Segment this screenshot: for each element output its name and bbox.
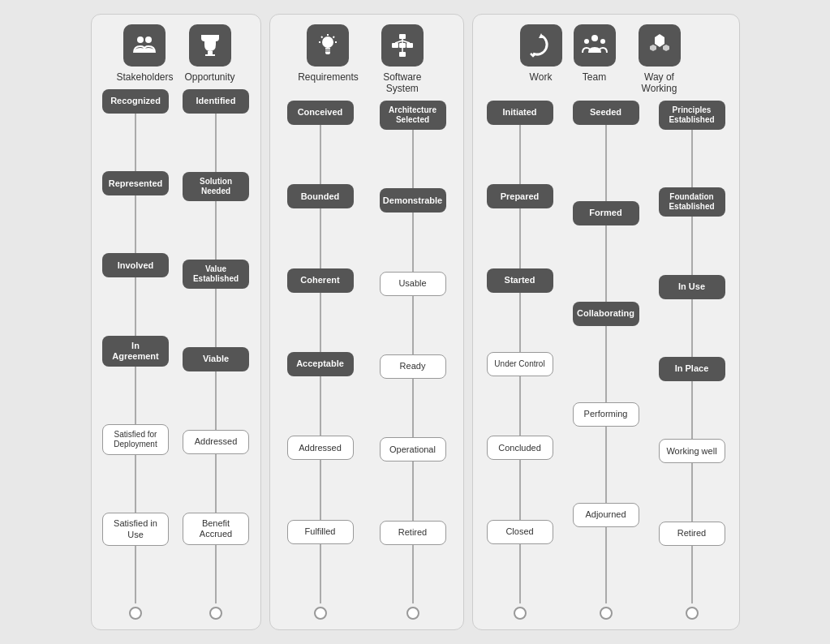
alpha-wow: Way of Working <box>627 24 692 94</box>
svg-point-0 <box>137 36 144 43</box>
state-represented[interactable]: Represented <box>102 171 169 195</box>
state-addressed-opp[interactable]: Addressed <box>183 430 249 454</box>
wow-icon <box>646 32 673 59</box>
end-circle-team <box>600 607 613 620</box>
state-working-well[interactable]: Working well <box>659 439 725 463</box>
stakeholders-label: Stakeholders <box>116 71 173 83</box>
state-collaborating[interactable]: Collaborating <box>573 302 639 326</box>
alpha-requirements: Requirements <box>298 24 359 94</box>
state-closed[interactable]: Closed <box>487 520 553 544</box>
state-adjourned[interactable]: Adjourned <box>573 503 639 527</box>
svg-point-1 <box>145 36 152 43</box>
svg-point-4 <box>322 36 333 48</box>
panel-1-header: Stakeholders Opportunity <box>98 24 254 83</box>
team-label: Team <box>583 71 606 83</box>
panel-1: Stakeholders Opportunity <box>91 14 261 630</box>
state-prepared[interactable]: Prepared <box>487 184 553 208</box>
state-concluded[interactable]: Concluded <box>487 436 553 460</box>
state-viable[interactable]: Viable <box>183 347 249 371</box>
svg-point-23 <box>584 39 589 44</box>
state-identified[interactable]: Identified <box>183 89 249 114</box>
state-solution-needed[interactable]: Solution Needed <box>183 172 249 201</box>
state-benefit-accrued[interactable]: Benefit Accrued <box>183 513 249 545</box>
team-icon <box>581 32 609 59</box>
state-formed[interactable]: Formed <box>573 201 639 225</box>
state-usable[interactable]: Usable <box>380 272 446 296</box>
svg-marker-26 <box>650 45 656 51</box>
alpha-software-system: Software System <box>370 24 435 94</box>
work-icon-box <box>520 24 562 67</box>
state-conceived[interactable]: Conceived <box>287 101 354 125</box>
svg-marker-25 <box>655 34 664 47</box>
svg-marker-27 <box>663 45 669 51</box>
state-principles-established[interactable]: Principles Established <box>659 101 725 130</box>
requirements-icon-box <box>307 24 349 67</box>
state-in-use[interactable]: In Use <box>659 275 725 299</box>
wow-icon-box <box>639 24 681 67</box>
state-foundation-established[interactable]: Foundation Established <box>659 187 725 217</box>
opportunity-label: Opportunity <box>185 71 235 83</box>
state-ready[interactable]: Ready <box>380 354 446 379</box>
panel-3: Work Team <box>472 14 740 630</box>
svg-point-22 <box>591 35 598 41</box>
state-started[interactable]: Started <box>487 268 553 293</box>
work-icon <box>527 32 555 59</box>
opportunity-icon <box>196 32 224 59</box>
alpha-opportunity: Opportunity <box>185 24 235 83</box>
panel-3-header: Work Team <box>480 24 733 94</box>
panel-2: Requirements <box>269 14 464 630</box>
state-seeded[interactable]: Seeded <box>573 101 639 125</box>
state-value-established[interactable]: Value Established <box>183 260 249 289</box>
end-circle-software <box>406 607 419 620</box>
state-performing[interactable]: Performing <box>573 402 639 427</box>
state-initiated[interactable]: Initiated <box>487 101 553 125</box>
state-satisfied-deployment[interactable]: Satisfied for Deployment <box>102 424 169 455</box>
state-acceptable[interactable]: Acceptable <box>287 352 354 376</box>
svg-line-17 <box>395 41 402 43</box>
state-bounded[interactable]: Bounded <box>287 184 354 208</box>
stakeholders-icon <box>131 32 158 59</box>
state-recognized[interactable]: Recognized <box>102 89 169 114</box>
state-addressed-req[interactable]: Addressed <box>287 436 354 460</box>
state-satisfied-use[interactable]: Satisfied in Use <box>102 513 169 545</box>
end-circle-opportunity <box>209 607 222 620</box>
state-operational[interactable]: Operational <box>380 437 446 462</box>
svg-line-8 <box>321 36 323 38</box>
alpha-stakeholders: Stakeholders <box>116 24 173 83</box>
state-retired-wow[interactable]: Retired <box>659 522 725 546</box>
svg-point-24 <box>600 39 605 44</box>
state-in-agreement[interactable]: In Agreement <box>102 336 169 367</box>
state-coherent[interactable]: Coherent <box>287 268 354 293</box>
alpha-team: Team <box>574 24 616 94</box>
svg-line-9 <box>333 36 335 38</box>
end-circle-stakeholders <box>129 607 142 620</box>
state-demonstrable[interactable]: Demonstrable <box>380 188 446 213</box>
end-circle-work <box>514 607 527 620</box>
svg-line-18 <box>402 41 410 43</box>
state-involved[interactable]: Involved <box>102 253 169 277</box>
team-icon-box <box>574 24 616 67</box>
end-circle-requirements <box>314 607 327 620</box>
stakeholders-icon-box <box>123 24 166 67</box>
state-under-control[interactable]: Under Control <box>487 352 553 376</box>
state-retired-sw[interactable]: Retired <box>380 521 446 545</box>
state-arch-selected[interactable]: Architecture Selected <box>380 101 446 130</box>
software-system-icon <box>389 32 416 59</box>
requirements-label: Requirements <box>298 71 359 83</box>
state-in-place[interactable]: In Place <box>659 357 725 381</box>
end-circle-wow <box>686 607 699 620</box>
alpha-work: Work <box>520 24 562 94</box>
requirements-icon <box>314 32 342 59</box>
svg-rect-12 <box>399 34 406 39</box>
svg-rect-14 <box>399 43 406 48</box>
wow-label: Way of Working <box>627 71 692 94</box>
svg-rect-15 <box>406 43 413 48</box>
panel-2-header: Requirements <box>277 24 457 94</box>
svg-rect-3 <box>205 54 215 56</box>
software-system-icon-box <box>381 24 424 67</box>
opportunity-icon-box <box>189 24 231 67</box>
state-fulfilled[interactable]: Fulfilled <box>287 520 354 544</box>
svg-rect-19 <box>399 52 406 57</box>
svg-rect-13 <box>392 43 398 48</box>
work-label: Work <box>530 71 553 83</box>
